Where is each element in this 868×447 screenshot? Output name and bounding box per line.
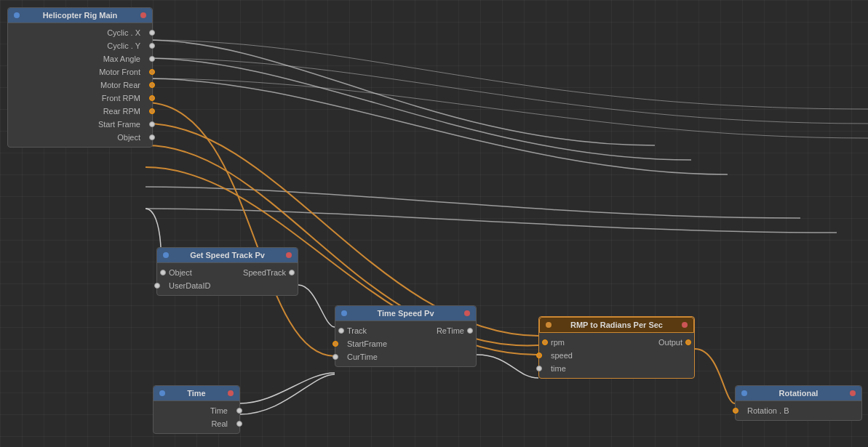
time-speed-body: Track ReTime StartFrame CurTime (335, 321, 476, 366)
rmp-title: RMP to Radians Per Sec (570, 321, 663, 329)
heli-main-output-cyclic-y: Cyclic . Y (8, 39, 152, 52)
port-motor-front[interactable] (149, 69, 155, 75)
rotational-node[interactable]: Rotational Rotation . B (735, 385, 862, 421)
port-ts-startframe-in[interactable] (333, 341, 338, 347)
get-speed-body: Object SpeedTrack UserDataID (157, 263, 298, 295)
port-cyclic-x[interactable] (149, 30, 155, 36)
get-speed-header: Get Speed Track Pv (157, 248, 298, 263)
get-speed-dot-right (286, 252, 292, 258)
port-gs-object-in[interactable] (160, 270, 166, 275)
rmp-dot-left (546, 322, 552, 328)
time-speed-title: Time Speed Pv (377, 309, 434, 318)
port-rmp-output-out[interactable] (685, 339, 691, 345)
time-body: Time Real (154, 401, 239, 433)
rmp-dot-right (682, 322, 688, 328)
rmp-radians-node[interactable]: RMP to Radians Per Sec rpm Output speed … (538, 316, 695, 379)
heli-main-title: Helicopter Rig Main (43, 11, 118, 20)
port-rot-rotation-b-in[interactable] (733, 408, 738, 414)
time-speed-curtime-row: CurTime (335, 350, 476, 363)
rmp-body: rpm Output speed time (539, 333, 694, 378)
port-rmp-rpm-in[interactable] (542, 339, 548, 345)
time-dot-right (228, 390, 234, 396)
port-front-rpm[interactable] (149, 95, 155, 101)
port-rmp-time-in[interactable] (536, 366, 542, 371)
port-rear-rpm[interactable] (149, 108, 155, 114)
heli-main-output-cyclic-x: Cyclic . X (8, 26, 152, 39)
get-speed-node[interactable]: Get Speed Track Pv Object SpeedTrack Use… (156, 247, 298, 296)
rotational-dot-right (850, 390, 856, 396)
get-speed-object-row: Object SpeedTrack (157, 266, 298, 279)
rotational-dot-left (741, 390, 747, 396)
heli-main-output-object: Object (8, 131, 152, 144)
port-ts-curtime-in[interactable] (333, 354, 338, 360)
time-speed-startframe-row: StartFrame (335, 337, 476, 350)
heli-main-header: Helicopter Rig Main (8, 8, 152, 23)
rmp-header: RMP to Radians Per Sec (539, 317, 694, 333)
port-cyclic-y[interactable] (149, 43, 155, 49)
time-header: Time (154, 386, 239, 401)
rmp-time-row: time (539, 362, 694, 375)
port-ts-track-in[interactable] (338, 328, 344, 334)
rotational-rotation-b-row: Rotation . B (736, 404, 861, 417)
get-speed-dot-left (163, 252, 169, 258)
port-motor-rear[interactable] (149, 82, 155, 88)
heli-main-dot-right (140, 12, 146, 18)
heli-main-dot-left (14, 12, 20, 18)
port-ts-retime-out[interactable] (467, 328, 473, 334)
rotational-header: Rotational (736, 386, 861, 401)
time-output-real: Real (154, 417, 239, 430)
time-dot-left (159, 390, 165, 396)
rotational-body: Rotation . B (736, 401, 861, 420)
heli-main-output-motor-front: Motor Front (8, 65, 152, 78)
time-speed-node[interactable]: Time Speed Pv Track ReTime StartFrame Cu… (335, 305, 477, 367)
time-output-time: Time (154, 404, 239, 417)
heli-main-output-motor-rear: Motor Rear (8, 78, 152, 92)
heli-main-output-rear-rpm: Rear RPM (8, 105, 152, 118)
heli-main-body: Cyclic . X Cyclic . Y Max Angle Motor Fr… (8, 23, 152, 147)
heli-main-node[interactable]: Helicopter Rig Main Cyclic . X Cyclic . … (7, 7, 153, 148)
rmp-rpm-row: rpm Output (539, 336, 694, 349)
port-object[interactable] (149, 134, 155, 140)
port-time-time-out[interactable] (236, 408, 242, 414)
time-title: Time (187, 389, 205, 398)
rmp-speed-row: speed (539, 349, 694, 362)
port-gs-speedtrack-out[interactable] (289, 270, 295, 275)
get-speed-title: Get Speed Track Pv (190, 251, 265, 259)
heli-main-output-max-angle: Max Angle (8, 52, 152, 65)
rotational-title: Rotational (779, 389, 819, 398)
heli-main-output-front-rpm: Front RPM (8, 92, 152, 105)
time-speed-dot-left (341, 310, 347, 316)
port-gs-userdata-in[interactable] (154, 283, 160, 289)
heli-main-output-start-frame: Start Frame (8, 118, 152, 131)
time-speed-header: Time Speed Pv (335, 306, 476, 321)
get-speed-userdata-row: UserDataID (157, 279, 298, 292)
time-speed-dot-right (464, 310, 470, 316)
port-rmp-speed-in[interactable] (536, 353, 542, 358)
port-max-angle[interactable] (149, 56, 155, 62)
time-speed-track-row: Track ReTime (335, 324, 476, 337)
port-time-real-out[interactable] (236, 421, 242, 427)
time-node[interactable]: Time Time Real (153, 385, 240, 434)
port-start-frame[interactable] (149, 121, 155, 127)
